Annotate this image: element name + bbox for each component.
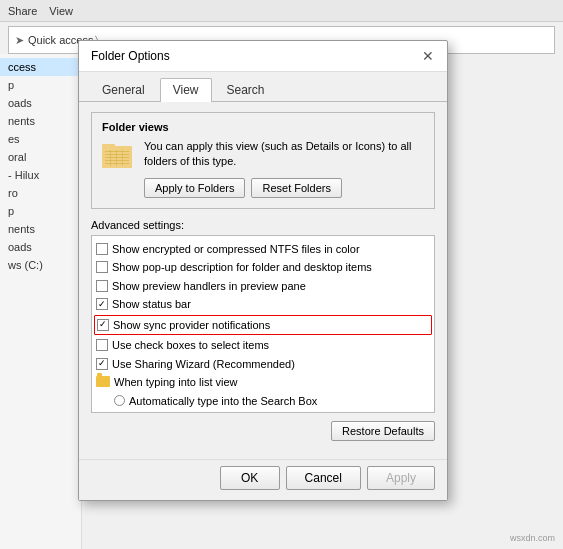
folder-views-content: You can apply this view (such as Details… <box>102 139 424 198</box>
dialog-body: Folder views You can apply <box>79 102 447 451</box>
share-menu[interactable]: Share <box>8 5 37 17</box>
checkbox-1[interactable] <box>96 261 108 273</box>
top-bar: Share View <box>0 0 563 22</box>
sidebar-item-4[interactable]: es <box>0 130 81 148</box>
close-button[interactable]: ✕ <box>419 47 437 65</box>
adv-item-8[interactable]: Automatically type into the Search Box <box>92 392 434 411</box>
sidebar-item-1[interactable]: p <box>0 76 81 94</box>
checkbox-3[interactable] <box>96 298 108 310</box>
checkbox-6[interactable] <box>96 358 108 370</box>
cancel-button[interactable]: Cancel <box>286 466 361 490</box>
sidebar-item-0[interactable]: ccess <box>0 58 81 76</box>
adv-item-label-6: Use Sharing Wizard (Recommended) <box>112 356 295 373</box>
watermark: wsxdn.com <box>510 533 555 543</box>
folder-views-desc-area: You can apply this view (such as Details… <box>144 139 424 198</box>
adv-item-9[interactable]: Select the typed item in the view <box>92 410 434 412</box>
folder-views-buttons: Apply to Folders Reset Folders <box>144 178 424 198</box>
folder-views-label: Folder views <box>102 121 424 133</box>
tab-view[interactable]: View <box>160 78 212 102</box>
folder-options-dialog: Folder Options ✕ General View Search Fol… <box>78 40 448 501</box>
adv-item-0[interactable]: Show encrypted or compressed NTFS files … <box>92 240 434 259</box>
adv-item-7: When typing into list view <box>92 373 434 392</box>
adv-item-5[interactable]: Use check boxes to select items <box>92 336 434 355</box>
checkbox-4[interactable] <box>97 319 109 331</box>
checkbox-0[interactable] <box>96 243 108 255</box>
advanced-label: Advanced settings: <box>91 219 435 231</box>
radio-8[interactable] <box>114 395 125 406</box>
svg-rect-1 <box>102 144 115 149</box>
adv-item-2[interactable]: Show preview handlers in preview pane <box>92 277 434 296</box>
sidebar-item-5[interactable]: oral <box>0 148 81 166</box>
tab-bar: General View Search <box>79 72 447 102</box>
apply-to-folders-button[interactable]: Apply to Folders <box>144 178 245 198</box>
adv-item-label-3: Show status bar <box>112 296 191 313</box>
sidebar-item-10[interactable]: oads <box>0 238 81 256</box>
adv-item-label-2: Show preview handlers in preview pane <box>112 278 306 295</box>
tab-general[interactable]: General <box>89 78 158 101</box>
checkbox-5[interactable] <box>96 339 108 351</box>
dialog-footer: OK Cancel Apply <box>79 459 447 500</box>
folder-views-section: Folder views You can apply <box>91 112 435 209</box>
advanced-list-inner[interactable]: Show encrypted or compressed NTFS files … <box>92 236 434 412</box>
sidebar-item-2[interactable]: oads <box>0 94 81 112</box>
reset-folders-button[interactable]: Reset Folders <box>251 178 341 198</box>
sidebar: ccess p oads nents es oral - Hilux ro p … <box>0 54 82 549</box>
sidebar-item-6[interactable]: - Hilux <box>0 166 81 184</box>
advanced-list: Show encrypted or compressed NTFS files … <box>91 235 435 413</box>
adv-item-label-5: Use check boxes to select items <box>112 337 269 354</box>
restore-defaults-button[interactable]: Restore Defaults <box>331 421 435 441</box>
checkbox-2[interactable] <box>96 280 108 292</box>
adv-item-6[interactable]: Use Sharing Wizard (Recommended) <box>92 355 434 374</box>
adv-item-label-9: Select the typed item in the view <box>129 411 287 412</box>
sidebar-item-11[interactable]: ws (C:) <box>0 256 81 274</box>
sidebar-item-9[interactable]: nents <box>0 220 81 238</box>
adv-item-label-0: Show encrypted or compressed NTFS files … <box>112 241 360 258</box>
sidebar-item-3[interactable]: nents <box>0 112 81 130</box>
sidebar-item-8[interactable]: p <box>0 202 81 220</box>
ok-button[interactable]: OK <box>220 466 280 490</box>
adv-item-3[interactable]: Show status bar <box>92 295 434 314</box>
adv-item-label-4: Show sync provider notifications <box>113 317 270 334</box>
adv-item-label-7: When typing into list view <box>114 374 238 391</box>
dialog-titlebar: Folder Options ✕ <box>79 41 447 72</box>
dialog-title: Folder Options <box>91 49 170 63</box>
restore-defaults-area: Restore Defaults <box>91 421 435 441</box>
view-menu[interactable]: View <box>49 5 73 17</box>
sidebar-item-7[interactable]: ro <box>0 184 81 202</box>
adv-item-label-1: Show pop-up description for folder and d… <box>112 259 372 276</box>
tab-search[interactable]: Search <box>214 78 278 101</box>
svg-rect-8 <box>116 150 117 166</box>
svg-rect-7 <box>110 150 111 166</box>
folder-small-icon <box>96 376 110 387</box>
folder-icon <box>102 141 134 169</box>
folder-views-description: You can apply this view (such as Details… <box>144 139 424 170</box>
apply-button[interactable]: Apply <box>367 466 435 490</box>
adv-item-1[interactable]: Show pop-up description for folder and d… <box>92 258 434 277</box>
adv-item-label-8: Automatically type into the Search Box <box>129 393 317 410</box>
adv-item-4[interactable]: Show sync provider notifications <box>94 315 432 336</box>
svg-rect-9 <box>122 150 123 166</box>
